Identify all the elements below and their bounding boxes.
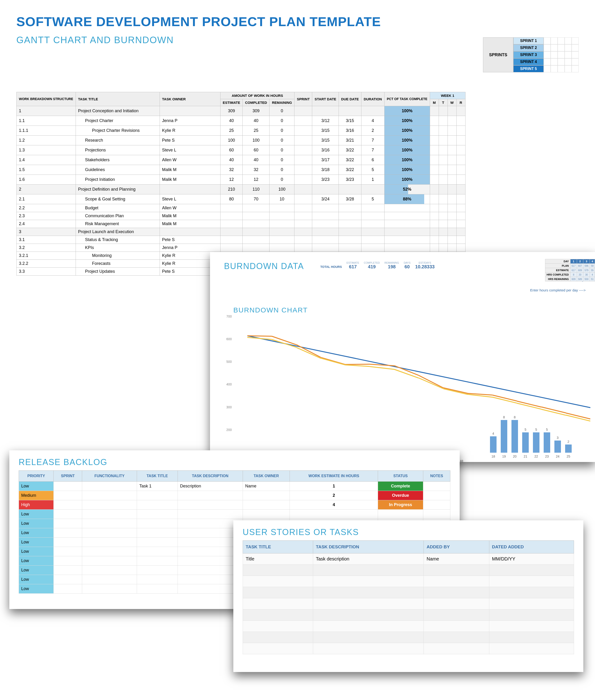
hdr-remaining: REMAINING: [270, 99, 294, 106]
stories-header: ADDED BY: [424, 541, 489, 554]
task-row[interactable]: 2.2BudgetAllen W: [17, 204, 465, 212]
backlog-title: RELEASE BACKLOG: [19, 457, 450, 467]
hint-hours: Enter hours completed per day ---->: [224, 288, 586, 292]
metric-label-est: ESTIMATE: [344, 261, 362, 264]
backlog-header: TASK DESCRIPTION: [177, 471, 243, 482]
hdr-due: DUE DATE: [339, 92, 362, 106]
metric-label-days: DAYS: [401, 261, 413, 264]
sprint-4: SPRINT 4: [513, 58, 544, 65]
hdr-completed: COMPLETED: [243, 99, 270, 106]
backlog-row[interactable]: Medium2Overdue: [19, 491, 450, 500]
task-row[interactable]: 1.5GuidelinesMalik M323203/183/225100%: [17, 165, 465, 175]
task-row[interactable]: 2.4Risk ManagementMalik M: [17, 220, 465, 228]
stories-header: TASK TITLE: [243, 541, 313, 554]
story-row[interactable]: [243, 587, 574, 598]
metric-label-total: TOTAL HOURS: [318, 264, 344, 270]
burndown-day-table: DAY1234PLAN61760759658ESTIMATE6176095795…: [545, 259, 595, 281]
metric-days: 60: [401, 264, 413, 270]
burndown-title: BURNDOWN DATA: [224, 261, 304, 271]
sprint-5: SPRINT 5: [513, 65, 544, 72]
task-row[interactable]: 1.2ResearchPete S10010003/153/217100%: [17, 136, 465, 145]
task-row[interactable]: 1Project Conception and Initiation309309…: [17, 106, 465, 116]
backlog-header: FUNCTIONALITY: [82, 471, 137, 482]
user-stories-panel: USER STORIES OR TASKS TASK TITLETASK DES…: [233, 520, 583, 672]
backlog-row[interactable]: Low: [19, 510, 450, 519]
task-row[interactable]: 1.6Project InitiationMalik M121203/233/2…: [17, 175, 465, 185]
story-row[interactable]: [243, 565, 574, 576]
backlog-header: STATUS: [378, 471, 423, 482]
task-row[interactable]: 3Project Launch and Execution: [17, 228, 465, 236]
metric-label-comp: COMPLETED: [362, 261, 382, 264]
backlog-header: SPRINT: [54, 471, 82, 482]
story-row[interactable]: [243, 576, 574, 587]
story-row[interactable]: [243, 598, 574, 610]
metric-completed: 419: [362, 264, 382, 270]
backlog-header: WORK ESTIMATE IN HOURS: [290, 471, 378, 482]
metric-label-rem: REMAINING: [382, 261, 401, 264]
burndown-hints: ^ Enter number of days Enter hours compl…: [224, 278, 595, 292]
sprint-1: SPRINT 1: [513, 37, 544, 44]
story-row[interactable]: [243, 621, 574, 632]
page-title: SOFTWARE DEVELOPMENT PROJECT PLAN TEMPLA…: [16, 14, 579, 29]
hdr-estimate: ESTIMATE: [220, 99, 243, 106]
task-row[interactable]: 1.1Project CharterJenna P404003/123/1541…: [17, 116, 465, 126]
hint-days: ^ Enter number of days: [224, 278, 586, 282]
sprints-label: SPRINTS: [483, 37, 513, 72]
hdr-work-group: AMOUNT OF WORK IN HOURS: [220, 92, 294, 99]
story-row[interactable]: TitleTask descriptionNameMM/DD/YY: [243, 554, 574, 565]
task-row[interactable]: 3.1Status & TrackingPete S: [17, 236, 465, 244]
metric-remaining: 198: [382, 264, 401, 270]
hdr-wbs: WORK BREAKDOWN STRUCTURE: [17, 92, 76, 106]
task-row[interactable]: 3.2KPIsJenna P: [17, 244, 465, 252]
task-row[interactable]: 2.3Communication PlanMalik M: [17, 212, 465, 220]
stories-title: USER STORIES OR TASKS: [243, 527, 574, 537]
hdr-day-t: T: [439, 99, 448, 106]
stories-header: DATED ADDED: [489, 541, 574, 554]
sprint-3: SPRINT 3: [513, 51, 544, 58]
stories-table: TASK TITLETASK DESCRIPTIONADDED BYDATED …: [243, 540, 574, 654]
hdr-duration: DURATION: [361, 92, 384, 106]
story-row[interactable]: [243, 643, 574, 654]
hdr-day-m: M: [430, 99, 439, 106]
task-row[interactable]: 2.1Scope & Goal SettingSteve L8070103/24…: [17, 194, 465, 204]
backlog-header: NOTES: [423, 471, 450, 482]
metric-label-estdays: EST/DAYS: [413, 261, 437, 264]
hdr-sprint: SPRINT: [294, 92, 312, 106]
hdr-day-w: W: [448, 99, 456, 106]
backlog-header: TASK OWNER: [243, 471, 290, 482]
hdr-pct: PCT OF TASK COMPLETE: [384, 92, 430, 106]
story-row[interactable]: [243, 610, 574, 621]
gantt-table: WORK BREAKDOWN STRUCTURE TASK TITLE TASK…: [16, 92, 465, 276]
metric-est-per-day: 10.28333: [413, 264, 437, 270]
sprint-2: SPRINT 2: [513, 44, 544, 51]
burndown-chart-title: BURNDOWN CHART: [233, 306, 595, 314]
backlog-header: TASK TITLE: [137, 471, 177, 482]
task-row[interactable]: 2Project Definition and Planning21011010…: [17, 185, 465, 194]
task-row[interactable]: 1.1.1Project Charter RevisionsKylie R252…: [17, 126, 465, 136]
stories-header: TASK DESCRIPTION: [313, 541, 424, 554]
task-row[interactable]: 1.3ProjectionsSteve L606003/163/227100%: [17, 145, 465, 155]
hdr-task-title: TASK TITLE: [76, 92, 160, 106]
burndown-metrics: ESTIMATE COMPLETED REMAINING DAYS EST/DA…: [318, 261, 437, 270]
backlog-row[interactable]: High4In Progress: [19, 500, 450, 510]
backlog-row[interactable]: LowTask 1DescriptionName1Complete: [19, 482, 450, 491]
hdr-day-r: R: [456, 99, 465, 106]
hdr-task-owner: TASK OWNER: [160, 92, 220, 106]
hdr-start: START DATE: [312, 92, 339, 106]
task-row[interactable]: 1.4StakeholdersAllen W404003/173/226100%: [17, 155, 465, 165]
sprints-legend: SPRINTS SPRINT 1SPRINT 2SPRINT 3SPRINT 4…: [483, 37, 579, 72]
metric-estimate: 617: [344, 264, 362, 270]
hdr-week: WEEK 1: [430, 92, 465, 99]
backlog-header: PRIORITY: [19, 471, 54, 482]
mini-bar-chart: 418819820521522523324225: [488, 411, 586, 453]
story-row[interactable]: [243, 632, 574, 643]
